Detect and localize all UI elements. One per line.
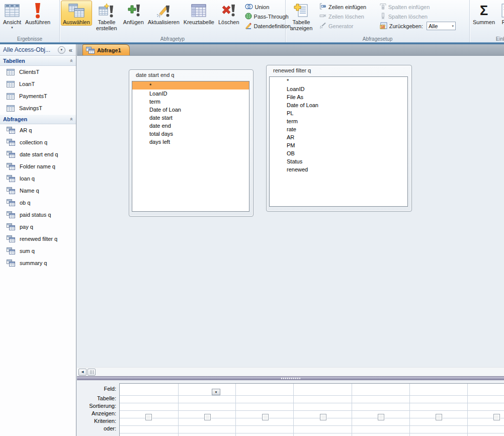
field-row[interactable]: date start — [132, 114, 249, 122]
collapse-section-icon[interactable]: » — [68, 59, 74, 62]
datendefinition-button[interactable]: Datendefinition — [243, 21, 292, 31]
union-label: Union — [255, 4, 270, 10]
section-header-tabellen[interactable]: Tabellen » — [0, 56, 76, 66]
sidebar-item-date-start-end-q[interactable]: date start end q — [0, 148, 76, 160]
field-row[interactable]: term — [132, 98, 249, 106]
grid-column-line — [178, 384, 179, 436]
sidebar-item-pay-q[interactable]: pay q — [0, 221, 76, 233]
section-header-abfragen[interactable]: Abfragen » — [0, 114, 76, 124]
field-row[interactable]: term — [270, 117, 407, 125]
auswaehlen-button[interactable]: Auswählen — [61, 1, 92, 26]
kreuztabelle-button[interactable]: Kreuztabelle — [182, 1, 216, 26]
collapse-section-icon[interactable]: » — [68, 118, 74, 121]
anzeigen-checkbox-col7[interactable] — [493, 414, 500, 420]
scrollbar-thumb[interactable] — [88, 369, 96, 376]
zurueckgeben-combobox[interactable]: Alle ▾ — [427, 22, 456, 30]
field-row[interactable]: PL — [270, 109, 407, 117]
field-row-selected[interactable]: * — [132, 81, 249, 90]
nav-dropdown-button[interactable]: ▾ — [58, 46, 65, 54]
union-button[interactable]: Union — [243, 2, 292, 12]
field-list-date-start-end-q[interactable]: date start end q * LoanID term Date of L… — [129, 69, 254, 217]
query-design-surface[interactable]: date start end q * LoanID term Date of L… — [77, 55, 504, 376]
field-row[interactable]: rate — [270, 125, 407, 133]
anzeigen-checkbox-col3[interactable] — [262, 414, 269, 420]
field-list-renewed-filter-q[interactable]: renewed filter q * LoanID File As Date o… — [266, 65, 412, 212]
navigation-pane-header[interactable]: Alle Access-Obj... ▾ « — [0, 44, 76, 56]
query-icon — [7, 211, 15, 218]
query-icon — [7, 187, 15, 194]
field-row[interactable]: Date of Loan — [270, 101, 407, 109]
sidebar-item-renewed-filter-q[interactable]: renewed filter q — [0, 233, 76, 245]
anzeigen-checkbox-col6[interactable] — [436, 414, 442, 420]
sidebar-item-summary-q[interactable]: summary q — [0, 257, 76, 269]
tabelle-erstellen-button[interactable]: Tabelle erstellen — [92, 1, 121, 32]
ribbon-group-abfragesetup: Tabelle anzeigen Zeilen einfügen — [286, 0, 470, 42]
sidebar-item-collection-q[interactable]: collection q — [0, 136, 76, 148]
sidebar-item-ar-q[interactable]: AR q — [0, 124, 76, 136]
field-row[interactable]: renewed — [270, 165, 407, 173]
sidebar-item-name-q[interactable]: Name q — [0, 185, 76, 197]
abfragen-section-label: Abfragen — [3, 116, 27, 122]
grid-row-line — [120, 425, 504, 426]
ribbon: Ansicht ▾ Ausführen Ergebnisse — [0, 0, 504, 42]
anzeigen-checkbox-col2[interactable] — [204, 414, 211, 420]
zeilen-einfuegen-button[interactable]: Zeilen einfügen — [318, 2, 375, 12]
field-row[interactable]: File As — [270, 93, 407, 101]
field-row[interactable]: PM — [270, 141, 407, 149]
zeilen-einfuegen-label: Zeilen einfügen — [328, 4, 366, 10]
grid-column-line — [409, 384, 410, 436]
aktualisieren-button[interactable]: Aktualisieren — [146, 1, 182, 26]
field-cell-dropdown-button[interactable]: ▾ — [212, 389, 220, 395]
sidebar-item-sum-q[interactable]: sum q — [0, 245, 76, 257]
item-label: loan q — [20, 176, 35, 182]
field-row[interactable]: date end — [132, 122, 249, 130]
sidebar-item-savingst[interactable]: SavingsT — [0, 102, 76, 114]
spalten-loeschen-label: Spalten löschen — [388, 14, 428, 20]
ausfuehren-button[interactable]: Ausführen — [23, 1, 52, 26]
zurueckgeben-row: 10 Zurückgeben: Alle ▾ — [378, 21, 467, 31]
scroll-left-button[interactable]: ◄ — [78, 369, 87, 376]
make-table-icon — [98, 2, 115, 19]
tabelle-anzeigen-button[interactable]: Tabelle anzeigen — [287, 1, 316, 32]
sidebar-item-paymentst[interactable]: PaymentsT — [0, 90, 76, 102]
tabelle-anzeigen-label: Tabelle anzeigen — [289, 19, 314, 31]
loeschen-button[interactable]: Löschen — [216, 1, 241, 26]
scroll-left-arrow-icon: ◄ — [80, 370, 85, 374]
anzeigen-checkbox-col4[interactable] — [320, 414, 326, 420]
field-row[interactable]: days left — [132, 138, 249, 146]
summen-button[interactable]: Σ Summen — [471, 1, 497, 26]
sidebar-item-paid-status-q[interactable]: paid status q — [0, 209, 76, 221]
qbe-grid[interactable]: ▾ — [119, 383, 504, 436]
item-label: LoanT — [19, 81, 35, 87]
kreuztabelle-label: Kreuztabelle — [184, 19, 214, 25]
sidebar-item-loan-q[interactable]: loan q — [0, 172, 76, 185]
sidebar-item-clientst[interactable]: ClientsT — [0, 66, 76, 78]
parameter-button[interactable]: Para — [497, 1, 504, 26]
anzeigen-checkbox-col5[interactable] — [378, 414, 384, 420]
field-row[interactable]: total days — [132, 130, 249, 138]
sidebar-item-loant[interactable]: LoanT — [0, 78, 76, 90]
item-label: sum q — [20, 248, 35, 254]
generator-button: Generator — [318, 21, 375, 31]
anzeigen-checkbox-col1[interactable] — [145, 414, 152, 420]
anfuegen-button[interactable]: Anfügen — [121, 1, 146, 26]
sidebar-item-folder-name-q[interactable]: Folder name q — [0, 160, 76, 172]
shutter-bar-collapse-button[interactable]: « — [67, 46, 74, 54]
field-row[interactable]: * — [270, 77, 407, 85]
field-row[interactable]: OB — [270, 149, 407, 157]
pane-splitter[interactable] — [77, 376, 504, 380]
document-tab-bar: Abfrage1 — [77, 44, 504, 55]
field-row[interactable]: AR — [270, 133, 407, 141]
tab-abfrage1[interactable]: Abfrage1 — [82, 44, 130, 55]
pass-through-button[interactable]: Pass-Through — [243, 12, 292, 21]
field-row[interactable]: Date of Loan — [132, 106, 249, 114]
field-row[interactable]: LoanID — [132, 90, 249, 98]
design-horizontal-scrollbar[interactable]: ◄ — [77, 367, 504, 376]
field-list-title[interactable]: date start end q — [136, 72, 174, 78]
field-row[interactable]: LoanID — [270, 85, 407, 93]
field-row[interactable]: Status — [270, 157, 407, 165]
ansicht-button[interactable]: Ansicht ▾ — [1, 1, 23, 30]
field-list-title[interactable]: renewed filter q — [273, 67, 311, 73]
ansicht-dropdown-arrow-icon[interactable]: ▾ — [11, 26, 13, 29]
sidebar-item-ob-q[interactable]: ob q — [0, 197, 76, 209]
